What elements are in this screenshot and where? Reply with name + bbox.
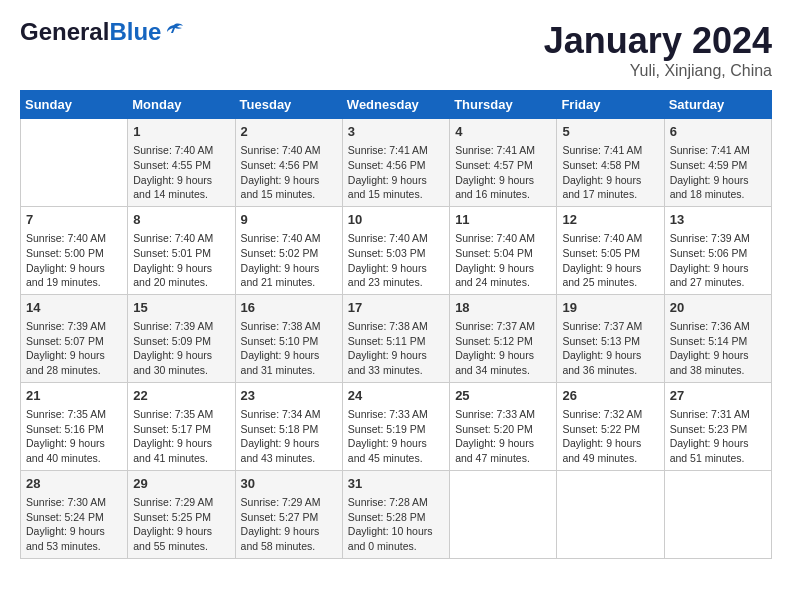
calendar-day-cell: 17Sunrise: 7:38 AMSunset: 5:11 PMDayligh… [342,294,449,382]
calendar-day-cell [450,470,557,558]
day-info-line: and 28 minutes. [26,363,122,378]
day-info-line: and 53 minutes. [26,539,122,554]
day-number: 23 [241,387,337,405]
day-info-line: Daylight: 10 hours [348,524,444,539]
day-number: 27 [670,387,766,405]
day-info-line: and 0 minutes. [348,539,444,554]
calendar-day-cell: 9Sunrise: 7:40 AMSunset: 5:02 PMDaylight… [235,206,342,294]
day-info-line: Daylight: 9 hours [26,348,122,363]
day-info-line: Sunrise: 7:28 AM [348,495,444,510]
day-info-line: and 23 minutes. [348,275,444,290]
logo-bird-icon [163,21,185,43]
day-info-line: Daylight: 9 hours [133,173,229,188]
day-number: 14 [26,299,122,317]
day-number: 28 [26,475,122,493]
calendar-day-cell: 12Sunrise: 7:40 AMSunset: 5:05 PMDayligh… [557,206,664,294]
calendar-day-cell: 20Sunrise: 7:36 AMSunset: 5:14 PMDayligh… [664,294,771,382]
day-info-line: Daylight: 9 hours [562,348,658,363]
calendar-day-cell: 19Sunrise: 7:37 AMSunset: 5:13 PMDayligh… [557,294,664,382]
day-info-line: and 16 minutes. [455,187,551,202]
weekday-tuesday: Tuesday [235,91,342,119]
day-number: 18 [455,299,551,317]
day-info-line: Sunrise: 7:31 AM [670,407,766,422]
day-info-line: Sunrise: 7:40 AM [241,143,337,158]
day-info-line: and 36 minutes. [562,363,658,378]
day-info-line: Sunrise: 7:40 AM [133,143,229,158]
day-number: 15 [133,299,229,317]
day-info-line: Sunset: 4:57 PM [455,158,551,173]
calendar-day-cell: 22Sunrise: 7:35 AMSunset: 5:17 PMDayligh… [128,382,235,470]
logo: GeneralBlue [20,20,185,44]
day-number: 7 [26,211,122,229]
day-number: 11 [455,211,551,229]
day-info-line: and 41 minutes. [133,451,229,466]
day-number: 22 [133,387,229,405]
calendar-day-cell: 7Sunrise: 7:40 AMSunset: 5:00 PMDaylight… [21,206,128,294]
day-number: 12 [562,211,658,229]
day-info-line: Sunrise: 7:32 AM [562,407,658,422]
calendar-day-cell: 3Sunrise: 7:41 AMSunset: 4:56 PMDaylight… [342,119,449,207]
day-info-line: Sunrise: 7:39 AM [133,319,229,334]
day-number: 19 [562,299,658,317]
day-info-line: Sunrise: 7:37 AM [562,319,658,334]
day-info-line: Sunset: 5:00 PM [26,246,122,261]
day-info-line: and 19 minutes. [26,275,122,290]
location: Yuli, Xinjiang, China [544,62,772,80]
day-number: 25 [455,387,551,405]
day-info-line: and 24 minutes. [455,275,551,290]
day-info-line: and 15 minutes. [348,187,444,202]
page-header: GeneralBlue January 2024 Yuli, Xinjiang,… [20,20,772,80]
day-info-line: Daylight: 9 hours [133,524,229,539]
calendar-day-cell: 29Sunrise: 7:29 AMSunset: 5:25 PMDayligh… [128,470,235,558]
day-info-line: and 55 minutes. [133,539,229,554]
day-info-line: and 34 minutes. [455,363,551,378]
day-number: 26 [562,387,658,405]
day-info-line: Sunrise: 7:38 AM [241,319,337,334]
logo-general: GeneralBlue [20,20,161,44]
day-number: 9 [241,211,337,229]
day-info-line: Sunrise: 7:39 AM [670,231,766,246]
weekday-wednesday: Wednesday [342,91,449,119]
day-info-line: Sunrise: 7:40 AM [455,231,551,246]
calendar-header: Sunday Monday Tuesday Wednesday Thursday… [21,91,772,119]
day-info-line: Sunset: 4:56 PM [348,158,444,173]
day-info-line: Daylight: 9 hours [670,348,766,363]
day-info-line: Daylight: 9 hours [562,173,658,188]
day-info-line: Sunrise: 7:41 AM [562,143,658,158]
calendar-day-cell: 26Sunrise: 7:32 AMSunset: 5:22 PMDayligh… [557,382,664,470]
day-info-line: Sunset: 5:05 PM [562,246,658,261]
calendar-day-cell: 6Sunrise: 7:41 AMSunset: 4:59 PMDaylight… [664,119,771,207]
day-info-line: Daylight: 9 hours [26,436,122,451]
day-info-line: Sunset: 5:07 PM [26,334,122,349]
day-info-line: Sunrise: 7:40 AM [133,231,229,246]
day-info-line: and 25 minutes. [562,275,658,290]
day-info-line: and 21 minutes. [241,275,337,290]
calendar-week-row: 7Sunrise: 7:40 AMSunset: 5:00 PMDaylight… [21,206,772,294]
day-number: 1 [133,123,229,141]
calendar-day-cell: 8Sunrise: 7:40 AMSunset: 5:01 PMDaylight… [128,206,235,294]
calendar-week-row: 1Sunrise: 7:40 AMSunset: 4:55 PMDaylight… [21,119,772,207]
day-info-line: and 18 minutes. [670,187,766,202]
day-info-line: Sunrise: 7:33 AM [455,407,551,422]
day-info-line: and 27 minutes. [670,275,766,290]
weekday-thursday: Thursday [450,91,557,119]
day-info-line: Sunset: 5:27 PM [241,510,337,525]
day-info-line: Sunrise: 7:36 AM [670,319,766,334]
day-info-line: Sunrise: 7:37 AM [455,319,551,334]
day-info-line: and 33 minutes. [348,363,444,378]
day-info-line: Daylight: 9 hours [562,436,658,451]
day-info-line: Sunset: 5:14 PM [670,334,766,349]
calendar-day-cell [21,119,128,207]
day-info-line: Sunset: 5:03 PM [348,246,444,261]
day-number: 29 [133,475,229,493]
day-info-line: and 17 minutes. [562,187,658,202]
day-info-line: Sunrise: 7:40 AM [562,231,658,246]
day-info-line: and 49 minutes. [562,451,658,466]
calendar-day-cell: 11Sunrise: 7:40 AMSunset: 5:04 PMDayligh… [450,206,557,294]
calendar-day-cell [664,470,771,558]
day-number: 17 [348,299,444,317]
day-number: 3 [348,123,444,141]
day-number: 20 [670,299,766,317]
day-info-line: Sunset: 5:28 PM [348,510,444,525]
calendar-week-row: 28Sunrise: 7:30 AMSunset: 5:24 PMDayligh… [21,470,772,558]
